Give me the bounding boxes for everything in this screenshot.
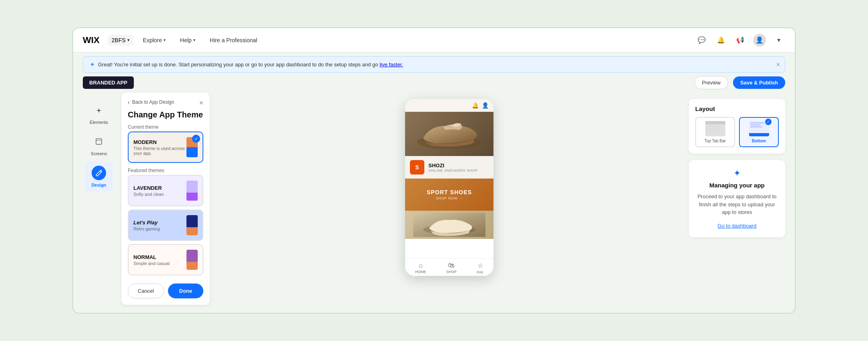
phone-hero-image — [405, 112, 493, 156]
lavender-theme-card[interactable]: Lavender Softy and clean — [128, 175, 203, 206]
phone-sport-banner: SPORT SHOES SHOP NOW → — [405, 179, 493, 211]
elements-icon: ＋ — [92, 103, 106, 117]
left-sidebar: ＋ Elements Screens — [83, 92, 115, 305]
phone-status-bar: 🔔 👤 — [405, 99, 493, 112]
bottom-layout-label: Bottom — [752, 139, 766, 143]
top-tab-thumb — [705, 121, 725, 136]
letsplay-theme-name: Let's Play — [133, 220, 186, 226]
lavender-theme-desc: Softy and clean — [133, 192, 186, 197]
screens-icon — [92, 134, 106, 149]
comment-icon[interactable]: 💬 — [695, 34, 708, 47]
explore-menu[interactable]: Explore ▾ — [138, 35, 170, 46]
back-label: Back to App Design — [132, 99, 174, 105]
preview-area: 🔔 👤 — [216, 92, 682, 305]
brand-logo: S — [410, 160, 424, 175]
sparkle-icon: ✦ — [697, 168, 777, 179]
app-container: WIX 2BFS ▾ Explore ▾ Help ▾ Hire a Profe… — [72, 27, 796, 314]
header-actions: Preview Save & Publish — [694, 76, 785, 89]
help-menu[interactable]: Help ▾ — [175, 35, 200, 46]
phone-nav-shop[interactable]: 🛍 SHOP — [446, 262, 457, 274]
workspace-chevron: ▾ — [127, 38, 129, 42]
panel-close-button[interactable]: × — [199, 99, 203, 107]
phone-mockup: 🔔 👤 — [405, 99, 493, 276]
home-nav-label: HOME — [415, 270, 426, 274]
brand-info: SHOZI ONLINE SNEAKERS SHOP — [428, 162, 478, 173]
banner-close-button[interactable]: × — [776, 61, 780, 68]
megaphone-icon[interactable]: 📢 — [734, 34, 747, 47]
phone-product-section — [405, 211, 493, 239]
nav-icons: 💬 🔔 📢 👤 ▾ — [695, 34, 785, 47]
letsplay-theme-desc: Retro gaming — [133, 226, 186, 231]
fav-nav-label: FAV — [477, 270, 483, 274]
workspace-dropdown[interactable]: 2BFS ▾ — [108, 35, 133, 46]
branded-app-button[interactable]: BRANDED APP — [83, 76, 134, 89]
modern-theme-name: MODERN — [133, 139, 186, 145]
modern-theme-card[interactable]: MODERN This theme is used across your ap… — [128, 131, 203, 163]
phone-nav-fav[interactable]: ☆ FAV — [477, 262, 483, 274]
banner-icon: ✦ — [90, 61, 95, 68]
featured-themes-label: Featured themes — [128, 168, 203, 173]
managing-app-card: ✦ Managing your app Proceed to your app … — [689, 160, 785, 237]
normal-theme-card[interactable]: Normal Simple and casual — [128, 244, 203, 275]
phone-banner-title: SPORT SHOES — [427, 189, 472, 195]
phone-nav-home[interactable]: ⌂ HOME — [415, 262, 426, 274]
lavender-theme-name: Lavender — [133, 185, 186, 191]
current-theme-section: Current theme MODERN This theme is used … — [128, 124, 203, 163]
cancel-button[interactable]: Cancel — [128, 283, 164, 298]
sub-header: BRANDED APP Preview Save & Publish — [73, 73, 795, 92]
back-to-app-design[interactable]: ‹ Back to App Design — [128, 99, 203, 105]
letsplay-theme-card[interactable]: Let's Play Retro gaming — [128, 210, 203, 241]
save-publish-button[interactable]: Save & Publish — [733, 76, 785, 89]
brand-sub: ONLINE SNEAKERS SHOP — [428, 168, 478, 173]
modern-theme-desc: This theme is used across your app. — [133, 146, 186, 156]
panel-footer: Cancel Done — [128, 280, 203, 298]
shop-nav-label: SHOP — [446, 270, 457, 274]
banner-text: Great! You're initial set up is done. St… — [98, 62, 403, 68]
theme-panel: ‹ Back to App Design Change App Theme × … — [121, 92, 210, 305]
info-card-title: Managing your app — [697, 182, 777, 189]
bottom-layout-option[interactable]: ✓ Bottom — [739, 117, 779, 147]
user-avatar[interactable]: 👤 — [753, 34, 766, 47]
brand-name: SHOZI — [428, 162, 478, 168]
hire-professional-link[interactable]: Hire a Professional — [205, 35, 262, 46]
featured-themes-grid: Lavender Softy and clean Let's Play Retr… — [128, 175, 203, 275]
setup-banner: ✦ Great! You're initial set up is done. … — [83, 56, 785, 73]
preview-button[interactable]: Preview — [694, 76, 728, 89]
letsplay-theme-swatch — [186, 215, 198, 235]
phone-bottom-nav: ⌂ HOME 🛍 SHOP ☆ FAV — [405, 258, 493, 276]
back-arrow-icon: ‹ — [128, 99, 130, 105]
sidebar-item-elements[interactable]: ＋ Elements — [85, 99, 113, 129]
home-nav-icon: ⌂ — [419, 262, 423, 269]
help-chevron: ▾ — [193, 38, 195, 42]
account-chevron-icon[interactable]: ▾ — [772, 34, 785, 47]
done-button[interactable]: Done — [168, 283, 203, 298]
current-theme-label: Current theme — [128, 124, 203, 130]
explore-chevron: ▾ — [164, 38, 166, 42]
elements-label: Elements — [90, 120, 108, 125]
featured-themes-section: Featured themes Lavender Softy and clean — [128, 168, 203, 275]
phone-banner-sub: SHOP NOW → — [436, 196, 463, 200]
banner-link[interactable]: live faster. — [380, 62, 403, 68]
lavender-theme-swatch — [186, 181, 198, 201]
sidebar-item-design[interactable]: Design — [85, 162, 113, 191]
layout-options: Top Tab Bar — [695, 117, 779, 147]
top-nav: WIX 2BFS ▾ Explore ▾ Help ▾ Hire a Profe… — [73, 28, 795, 52]
notification-icon[interactable]: 🔔 — [714, 34, 727, 47]
top-tab-bar-option[interactable]: Top Tab Bar — [695, 117, 735, 147]
top-tab-label: Top Tab Bar — [704, 139, 726, 143]
fav-nav-icon: ☆ — [477, 262, 483, 269]
design-icon — [92, 166, 106, 180]
sidebar-item-screens[interactable]: Screens — [85, 130, 113, 160]
go-to-dashboard-link[interactable]: Go to dashboard — [718, 223, 757, 229]
panel-title: Change App Theme — [128, 110, 203, 119]
normal-theme-name: Normal — [133, 254, 186, 260]
screens-label: Screens — [91, 151, 107, 156]
modern-selected-checkmark: ✓ — [192, 135, 200, 143]
workspace-name: 2BFS — [112, 37, 126, 43]
layout-title: Layout — [695, 105, 779, 112]
svg-rect-0 — [96, 139, 102, 144]
normal-theme-desc: Simple and casual — [133, 261, 186, 266]
brand-section: S SHOZI ONLINE SNEAKERS SHOP — [405, 156, 493, 179]
bottom-selected-checkmark: ✓ — [765, 119, 772, 125]
shop-nav-icon: 🛍 — [448, 262, 454, 269]
